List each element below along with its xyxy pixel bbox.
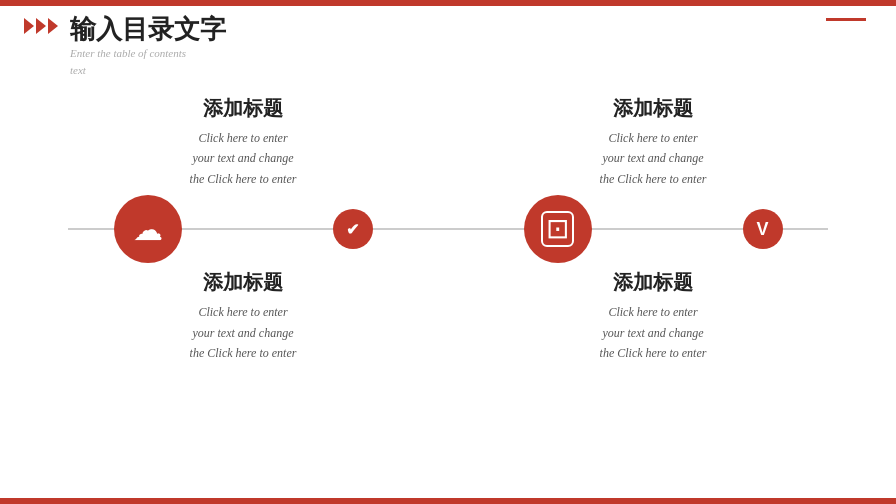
chevron-icon-1 bbox=[24, 18, 34, 34]
vimeo-node: V bbox=[743, 209, 783, 249]
top-left-title-block: 添加标题 Click here to enter your text and c… bbox=[143, 95, 343, 189]
chevron-group bbox=[24, 18, 60, 34]
check-node: ✔ bbox=[333, 209, 373, 249]
header-subtitle: Enter the table of contents text bbox=[70, 45, 226, 78]
header: 输入目录文字 Enter the table of contents text bbox=[24, 14, 226, 78]
bottom-right-title: 添加标题 bbox=[553, 269, 753, 296]
header-title: 输入目录文字 bbox=[70, 14, 226, 45]
top-right-title-block: 添加标题 Click here to enter your text and c… bbox=[553, 95, 753, 189]
bottom-left-title: 添加标题 bbox=[143, 269, 343, 296]
top-right-title: 添加标题 bbox=[553, 95, 753, 122]
check-icon: ✔ bbox=[346, 220, 359, 239]
cloud-icon: ☁ bbox=[133, 212, 163, 247]
bottom-left-title-block: 添加标题 Click here to enter your text and c… bbox=[143, 269, 343, 363]
top-left-title: 添加标题 bbox=[143, 95, 343, 122]
instagram-node: ⊡ bbox=[524, 195, 592, 263]
bottom-right-title-block: 添加标题 Click here to enter your text and c… bbox=[553, 269, 753, 363]
bottom-right-desc: Click here to enter your text and change… bbox=[553, 302, 753, 363]
header-text: 输入目录文字 Enter the table of contents text bbox=[70, 14, 226, 78]
instagram-icon: ⊡ bbox=[541, 211, 574, 247]
bottom-bar bbox=[0, 498, 896, 504]
vimeo-icon: V bbox=[756, 219, 768, 240]
top-left-desc: Click here to enter your text and change… bbox=[143, 128, 343, 189]
chevron-icon-3 bbox=[48, 18, 58, 34]
chevron-icon-2 bbox=[36, 18, 46, 34]
top-bar bbox=[0, 0, 896, 6]
top-right-dash bbox=[826, 18, 866, 21]
top-right-desc: Click here to enter your text and change… bbox=[553, 128, 753, 189]
bottom-left-desc: Click here to enter your text and change… bbox=[143, 302, 343, 363]
cloud-node: ☁ bbox=[114, 195, 182, 263]
